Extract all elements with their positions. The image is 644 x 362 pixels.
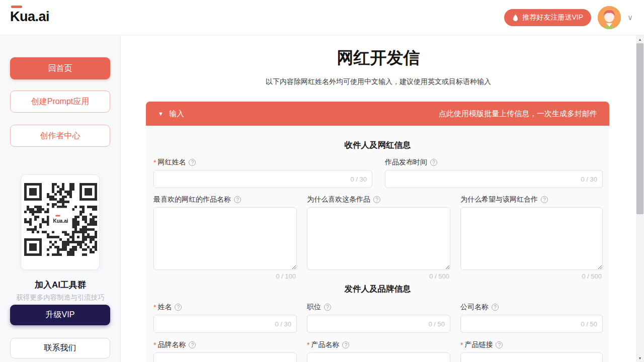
chevron-down-icon[interactable]: ∨ — [627, 13, 633, 22]
brand-name-input-box — [153, 352, 297, 362]
help-icon[interactable]: ? — [541, 196, 548, 203]
field-label-text: 为什么喜欢这条作品 — [307, 195, 370, 204]
field-sender-name: * 姓名 ? 0 / 30 — [153, 302, 297, 333]
sidebar: 回首页 创建Prompt应用 创作者中心 加入AI工具群 获得更多内容制造与引流… — [0, 35, 121, 362]
why-cooperate-textarea[interactable] — [460, 207, 603, 270]
form-row: * 品牌名称 ? * 产品名称 ? — [153, 339, 603, 362]
char-counter: 0 / 100 — [153, 273, 297, 280]
logo[interactable]: Kua.ai — [10, 6, 49, 24]
scrollbar[interactable]: ▲ ▼ — [636, 35, 644, 362]
product-link-input[interactable] — [461, 353, 602, 362]
char-counter: 0 / 500 — [460, 273, 603, 280]
referral-vip-label: 推荐好友注册送VIP — [522, 13, 583, 22]
product-name-input[interactable] — [307, 353, 450, 362]
field-label-text: 职位 — [307, 303, 321, 312]
input-section-label: 输入 — [169, 109, 184, 119]
field-label: * 产品链接 ? — [460, 339, 603, 350]
char-counter: 0 / 500 — [307, 273, 450, 280]
favorite-work-textarea[interactable] — [153, 207, 297, 270]
field-label-text: 姓名 — [157, 303, 172, 312]
required-marker: * — [153, 341, 156, 349]
field-brand-name: * 品牌名称 ? — [153, 339, 297, 362]
product-name-input-box — [307, 352, 450, 362]
form-row: * 网红姓名 ? 0 / 30 作品发布时间 ? 0 / 30 — [153, 157, 603, 188]
field-why-like: 为什么喜欢这条作品 ? 0 / 500 — [307, 194, 450, 280]
field-label: * 网红姓名 ? — [153, 157, 372, 168]
field-why-cooperate: 为什么希望与该网红合作 ? 0 / 500 — [460, 194, 603, 280]
required-marker: * — [153, 303, 156, 311]
field-company-name: 公司名称 ? 0 / 50 — [460, 302, 603, 333]
logo-dash-icon — [11, 6, 22, 8]
scrollbar-thumb[interactable] — [636, 43, 643, 214]
product-link-input-box — [460, 352, 603, 362]
qr-code-card — [21, 174, 100, 270]
help-icon[interactable]: ? — [373, 196, 380, 203]
field-label: * 姓名 ? — [153, 302, 297, 313]
avatar[interactable] — [598, 6, 621, 29]
form-row: * 姓名 ? 0 / 30 职位 ? 0 / 50 — [153, 302, 603, 333]
field-favorite-work: 最喜欢的网红的作品名称 ? 0 / 100 — [153, 194, 297, 280]
contact-us-button[interactable]: 联系我们 — [10, 338, 110, 358]
publish-time-input[interactable] — [385, 170, 602, 188]
field-influencer-name: * 网红姓名 ? 0 / 30 — [153, 157, 372, 188]
sidebar-creator-center-button[interactable]: 创作者中心 — [10, 125, 110, 147]
field-label-text: 产品链接 — [464, 340, 493, 349]
company-name-input-box: 0 / 50 — [460, 315, 603, 333]
section-title-recipient: 收件人及网红信息 — [146, 140, 609, 151]
sidebar-home-button[interactable]: 回首页 — [10, 57, 110, 79]
help-icon[interactable]: ? — [189, 159, 196, 166]
help-icon[interactable]: ? — [324, 304, 331, 311]
qr-caption-title: 加入AI工具群 — [0, 279, 121, 291]
influencer-name-input[interactable] — [154, 170, 372, 188]
help-icon[interactable]: ? — [496, 341, 503, 348]
field-product-name: * 产品名称 ? — [307, 339, 450, 362]
page-subtitle: 以下内容除网红姓名外均可使用中文输入，建议使用英文或目标语种输入 — [121, 77, 636, 86]
section-title-sender: 发件人及品牌信息 — [146, 284, 609, 295]
field-job-title: 职位 ? 0 / 50 — [307, 302, 450, 333]
input-form-panel: 收件人及网红信息 * 网红姓名 ? 0 / 30 作品发布时间 ? — [146, 126, 609, 362]
field-label-text: 最喜欢的网红的作品名称 — [153, 195, 231, 204]
field-label-text: 公司名称 — [460, 303, 489, 312]
field-label: * 品牌名称 ? — [153, 339, 297, 350]
field-label: 最喜欢的网红的作品名称 ? — [153, 194, 297, 205]
field-label-text: 网红姓名 — [157, 158, 186, 167]
field-label-text: 产品名称 — [311, 340, 339, 349]
help-icon[interactable]: ? — [342, 341, 349, 348]
company-name-input[interactable] — [461, 315, 602, 332]
help-icon[interactable]: ? — [175, 304, 182, 311]
required-marker: * — [153, 158, 156, 166]
header: Kua.ai 推荐好友注册送VIP ∨ — [0, 0, 644, 35]
sidebar-create-prompt-button[interactable]: 创建Prompt应用 — [10, 90, 110, 113]
scroll-up-arrow-icon[interactable]: ▲ — [636, 35, 644, 43]
collapse-triangle-icon[interactable]: ▼ — [158, 111, 164, 117]
field-product-link: * 产品链接 ? — [460, 339, 603, 362]
form-row: 最喜欢的网红的作品名称 ? 0 / 100 为什么喜欢这条作品 ? 0 / 50… — [153, 194, 603, 280]
logo-text: Kua.ai — [10, 9, 49, 24]
help-icon[interactable]: ? — [492, 304, 499, 311]
brand-name-input[interactable] — [154, 353, 296, 362]
required-marker: * — [460, 341, 463, 349]
help-icon[interactable]: ? — [234, 196, 241, 203]
page-title: 网红开发信 — [121, 47, 636, 69]
upgrade-vip-button[interactable]: 升级VIP — [10, 305, 110, 325]
qr-caption-subtitle: 获得更多内容制造与引流技巧 — [0, 293, 121, 302]
field-label-text: 品牌名称 — [157, 340, 186, 349]
help-icon[interactable]: ? — [189, 341, 196, 348]
why-like-textarea[interactable] — [307, 207, 450, 270]
field-label-text: 为什么希望与该网红合作 — [460, 195, 538, 204]
influencer-name-input-box: 0 / 30 — [153, 170, 372, 188]
field-label: 职位 ? — [307, 302, 450, 313]
batch-upload-link[interactable]: 点此使用模版批量上传信息，一次生成多封邮件 — [439, 109, 597, 119]
field-label: 公司名称 ? — [460, 302, 603, 313]
field-label: 为什么喜欢这条作品 ? — [307, 194, 450, 205]
job-title-input[interactable] — [307, 315, 450, 332]
referral-vip-button[interactable]: 推荐好友注册送VIP — [504, 9, 591, 26]
job-title-input-box: 0 / 50 — [307, 315, 450, 333]
field-label: 作品发布时间 ? — [385, 157, 603, 168]
input-section-banner[interactable]: ▼ 输入 点此使用模版批量上传信息，一次生成多封邮件 — [146, 102, 609, 126]
scroll-down-arrow-icon[interactable]: ▼ — [636, 354, 644, 362]
sender-name-input-box: 0 / 30 — [153, 315, 297, 333]
sender-name-input[interactable] — [154, 315, 296, 332]
required-marker: * — [307, 341, 309, 349]
help-icon[interactable]: ? — [430, 159, 437, 166]
